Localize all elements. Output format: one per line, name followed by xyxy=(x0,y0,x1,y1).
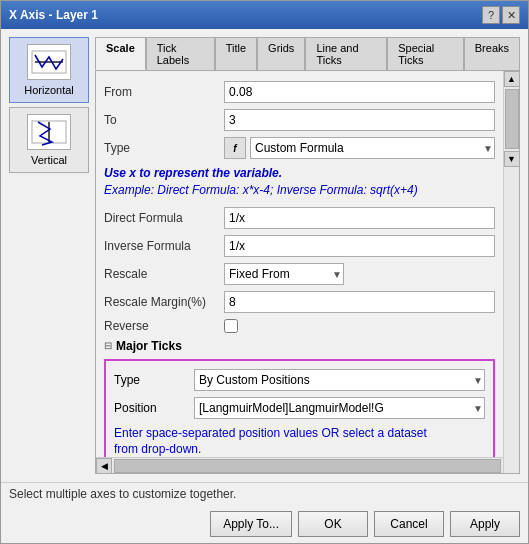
tab-title[interactable]: Title xyxy=(215,37,257,70)
type-select-wrapper: f Custom Formula ▼ xyxy=(224,137,495,159)
direct-formula-row: Direct Formula xyxy=(104,207,495,229)
rescale-select[interactable]: Fixed From xyxy=(224,263,344,285)
title-bar: X Axis - Layer 1 ? ✕ xyxy=(1,1,528,29)
type-select[interactable]: Custom Formula xyxy=(250,137,495,159)
to-label: To xyxy=(104,113,224,127)
scroll-thumb[interactable] xyxy=(505,89,519,149)
scroll-down-button[interactable]: ▼ xyxy=(504,151,520,167)
scroll-area[interactable]: From To Type f xyxy=(96,71,519,457)
from-label: From xyxy=(104,85,224,99)
major-ticks-title: Major Ticks xyxy=(116,339,182,353)
position-hint-line2: from drop-down. xyxy=(114,441,485,457)
rescale-label: Rescale xyxy=(104,267,224,281)
horizontal-scrollbar[interactable]: ◀ ▶ xyxy=(96,457,519,473)
window-body: Horizontal Vertical Scale Tick Labels xyxy=(1,29,528,482)
major-ticks-position-row: Position [LangmuirModel]LangmuirModel!G … xyxy=(114,397,485,419)
rescale-margin-input[interactable] xyxy=(224,291,495,313)
from-row: From xyxy=(104,81,495,103)
vertical-icon xyxy=(27,114,71,150)
horizontal-icon xyxy=(27,44,71,80)
to-row: To xyxy=(104,109,495,131)
status-text: Select multiple axes to customize togeth… xyxy=(9,487,236,501)
tab-grids[interactable]: Grids xyxy=(257,37,305,70)
inverse-formula-label: Inverse Formula xyxy=(104,239,224,253)
inverse-formula-row: Inverse Formula xyxy=(104,235,495,257)
title-bar-buttons: ? ✕ xyxy=(482,6,520,24)
type-label: Type xyxy=(104,141,224,155)
position-hint-line1: Enter space-separated position values OR… xyxy=(114,425,485,442)
direct-formula-label: Direct Formula xyxy=(104,211,224,225)
direct-formula-input[interactable] xyxy=(224,207,495,229)
type-formula-icon: f xyxy=(224,137,246,159)
major-ticks-position-label: Position xyxy=(114,401,194,415)
scroll-left-button[interactable]: ◀ xyxy=(96,458,112,474)
h-scroll-thumb[interactable] xyxy=(114,459,501,473)
tab-special-ticks[interactable]: Special Ticks xyxy=(387,37,464,70)
ok-button[interactable]: OK xyxy=(298,511,368,537)
major-ticks-header[interactable]: ⊟ Major Ticks xyxy=(104,339,495,353)
tab-content: From To Type f xyxy=(95,70,520,474)
tab-bar: Scale Tick Labels Title Grids Line and T… xyxy=(95,37,520,70)
major-ticks-type-select[interactable]: By Custom Positions xyxy=(194,369,485,391)
major-ticks-type-label: Type xyxy=(114,373,194,387)
main-content: Scale Tick Labels Title Grids Line and T… xyxy=(95,37,520,474)
help-button[interactable]: ? xyxy=(482,6,500,24)
main-window: X Axis - Layer 1 ? ✕ Horizontal xyxy=(0,0,529,544)
tab-line-ticks[interactable]: Line and Ticks xyxy=(305,37,387,70)
apply-button[interactable]: Apply xyxy=(450,511,520,537)
type-select-container: Custom Formula ▼ xyxy=(250,137,495,159)
type-row: Type f Custom Formula ▼ xyxy=(104,137,495,159)
rescale-row: Rescale Fixed From ▼ xyxy=(104,263,495,285)
reverse-row: Reverse xyxy=(104,319,495,333)
sidebar-horizontal-label: Horizontal xyxy=(24,84,74,96)
sidebar-item-vertical[interactable]: Vertical xyxy=(9,107,89,173)
rescale-margin-label: Rescale Margin(%) xyxy=(104,295,224,309)
window-title: X Axis - Layer 1 xyxy=(9,8,98,22)
vertical-scrollbar[interactable]: ▲ ▼ xyxy=(503,71,519,473)
sidebar-item-horizontal[interactable]: Horizontal xyxy=(9,37,89,103)
formula-hint-line2: Example: Direct Formula: x*x-4; Inverse … xyxy=(104,182,495,199)
inverse-formula-input[interactable] xyxy=(224,235,495,257)
scroll-up-button[interactable]: ▲ xyxy=(504,71,520,87)
bottom-buttons: Apply To... OK Cancel Apply xyxy=(1,505,528,543)
reverse-label: Reverse xyxy=(104,319,224,333)
tab-tick-labels[interactable]: Tick Labels xyxy=(146,37,215,70)
major-ticks-position-select[interactable]: [LangmuirModel]LangmuirModel!G xyxy=(194,397,485,419)
reverse-checkbox[interactable] xyxy=(224,319,238,333)
collapse-icon: ⊟ xyxy=(104,340,112,351)
apply-to-button[interactable]: Apply To... xyxy=(210,511,292,537)
to-input[interactable] xyxy=(224,109,495,131)
formula-hint: Use x to represent the variable. Example… xyxy=(104,165,495,199)
status-bar: Select multiple axes to customize togeth… xyxy=(1,482,528,505)
major-ticks-type-row: Type By Custom Positions ▼ xyxy=(114,369,485,391)
close-button[interactable]: ✕ xyxy=(502,6,520,24)
sidebar-vertical-label: Vertical xyxy=(31,154,67,166)
formula-hint-line1: Use x to represent the variable. xyxy=(104,165,495,182)
tab-scale[interactable]: Scale xyxy=(95,37,146,70)
major-ticks-box: Type By Custom Positions ▼ Position xyxy=(104,359,495,457)
tab-breaks[interactable]: Breaks xyxy=(464,37,520,70)
sidebar: Horizontal Vertical xyxy=(9,37,89,474)
from-input[interactable] xyxy=(224,81,495,103)
rescale-margin-row: Rescale Margin(%) xyxy=(104,291,495,313)
position-hint: Enter space-separated position values OR… xyxy=(114,425,485,457)
cancel-button[interactable]: Cancel xyxy=(374,511,444,537)
